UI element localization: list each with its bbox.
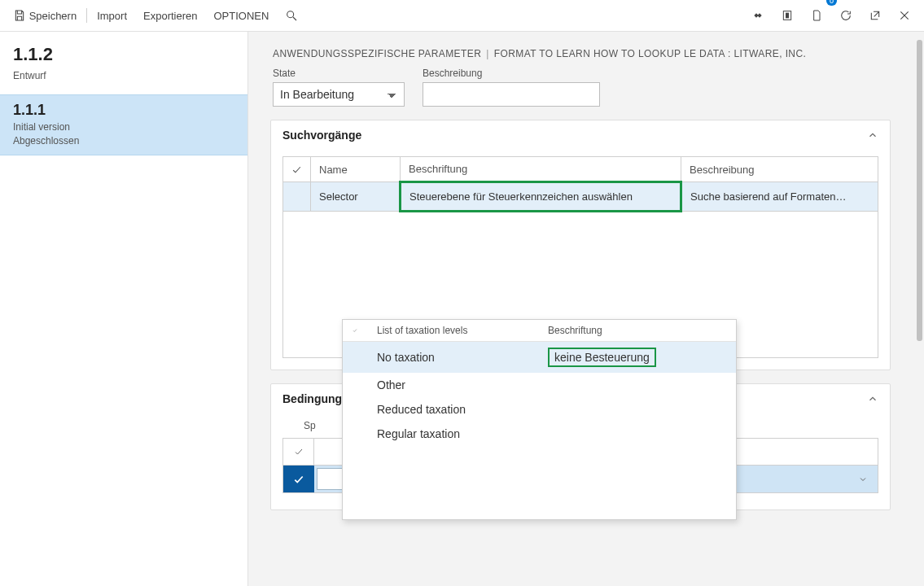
popup-cell-label bbox=[538, 397, 736, 422]
taxation-levels-popup: List of taxation levels Beschriftung No … bbox=[342, 319, 737, 520]
checkmark-icon bbox=[353, 328, 357, 333]
cell-desc: Suche basierend auf Formaten… bbox=[681, 182, 878, 212]
refresh-button[interactable] bbox=[831, 0, 861, 31]
table-row[interactable]: Selector Steuerebene für Steuerkennzeich… bbox=[283, 182, 878, 212]
office-icon bbox=[781, 9, 794, 22]
notifications-button[interactable]: 0 bbox=[802, 0, 831, 31]
svg-line-1 bbox=[293, 17, 296, 20]
close-button[interactable] bbox=[890, 0, 919, 31]
checkmark-icon bbox=[294, 447, 304, 457]
description-input[interactable] bbox=[423, 82, 600, 107]
version-sidebar: 1.1.2 Entwurf 1.1.1 Initial version Abge… bbox=[0, 32, 248, 586]
top-toolbar: Speichern Import Exportieren OPTIONEN 0 bbox=[0, 0, 924, 32]
popup-row[interactable]: Reduced taxation bbox=[343, 397, 736, 422]
popup-cell-list: No taxation bbox=[367, 342, 538, 374]
close-icon bbox=[898, 9, 911, 22]
connector-button[interactable] bbox=[743, 0, 773, 31]
selected-version-title: 1.1.1 bbox=[13, 102, 234, 119]
popup-cell-list: Reduced taxation bbox=[367, 397, 538, 422]
checkmark-icon bbox=[293, 474, 304, 485]
scroll-thumb[interactable] bbox=[917, 40, 922, 341]
chevron-up-icon bbox=[867, 129, 878, 141]
office-button[interactable] bbox=[773, 0, 802, 31]
export-button[interactable]: Exportieren bbox=[135, 0, 205, 31]
popup-cell-label bbox=[538, 373, 736, 397]
popup-cell-label bbox=[538, 422, 736, 446]
table-header-row: Name Beschriftung Beschreibung bbox=[283, 157, 878, 182]
breadcrumb: ANWENDUNGSSPEZIFISCHE PARAMETER|FORMAT T… bbox=[248, 32, 915, 68]
sidebar-header: 1.1.2 Entwurf bbox=[0, 44, 247, 86]
save-button[interactable]: Speichern bbox=[5, 0, 85, 31]
cell-label-highlighted: Steuerebene für Steuerkennzeichen auswäh… bbox=[401, 182, 681, 212]
popout-button[interactable] bbox=[861, 0, 890, 31]
selected-version-line2: Abgeschlossen bbox=[13, 135, 234, 146]
popup-row[interactable]: No taxationkeine Besteuerung bbox=[343, 342, 736, 374]
selected-version-line1: Initial version bbox=[13, 121, 234, 133]
checkmark-icon bbox=[291, 164, 302, 175]
popup-cell-list: Regular taxation bbox=[367, 422, 538, 446]
popup-cell-list: Other bbox=[367, 373, 538, 397]
popup-row[interactable]: Other bbox=[343, 373, 736, 397]
svg-rect-3 bbox=[786, 13, 789, 19]
save-icon bbox=[13, 9, 26, 22]
refresh-icon bbox=[839, 9, 852, 22]
cell-name: Selector bbox=[311, 182, 401, 212]
current-version-status: Entwurf bbox=[13, 70, 234, 81]
chevron-down-icon[interactable] bbox=[858, 474, 868, 484]
import-button[interactable]: Import bbox=[89, 0, 135, 31]
state-field: State In Bearbeitung bbox=[273, 68, 405, 107]
popup-row[interactable]: Regular taxation bbox=[343, 422, 736, 446]
svg-point-0 bbox=[287, 11, 294, 18]
search-button[interactable] bbox=[277, 0, 306, 31]
search-icon bbox=[285, 9, 298, 22]
searches-panel-header[interactable]: Suchvorgänge bbox=[271, 120, 890, 150]
options-button[interactable]: OPTIONEN bbox=[206, 0, 278, 31]
sidebar-item-selected[interactable]: 1.1.1 Initial version Abgeschlossen bbox=[0, 94, 247, 155]
link-icon bbox=[751, 9, 764, 22]
document-icon bbox=[810, 9, 823, 22]
popup-cell-label: keine Besteuerung bbox=[538, 342, 736, 374]
state-select[interactable]: In Bearbeitung bbox=[273, 82, 405, 107]
chevron-up-icon bbox=[867, 393, 878, 405]
popout-icon bbox=[869, 9, 882, 22]
vertical-scrollbar[interactable] bbox=[915, 32, 924, 586]
current-version-title: 1.1.2 bbox=[13, 44, 234, 65]
description-field: Beschreibung bbox=[423, 68, 600, 107]
